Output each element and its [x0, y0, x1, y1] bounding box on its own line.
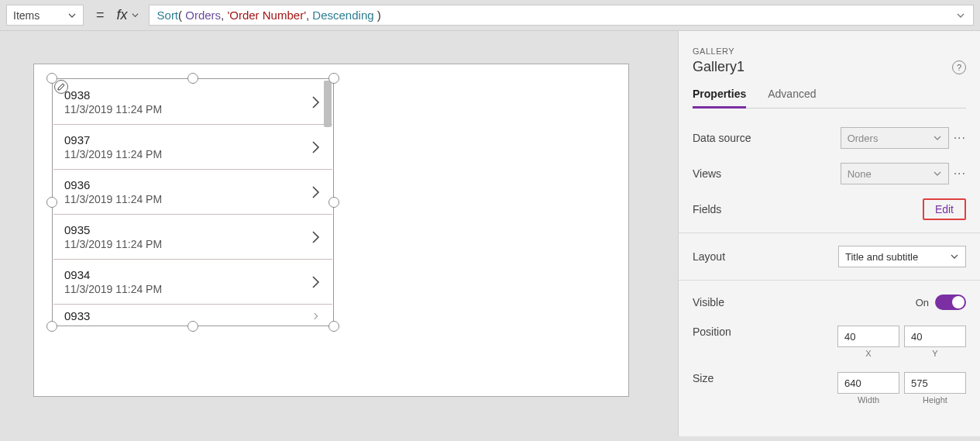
chevron-right-icon[interactable]	[311, 184, 322, 201]
divider	[679, 280, 980, 281]
chevron-down-icon	[67, 11, 77, 20]
sublabel-height: Height	[904, 395, 966, 405]
input-position-x[interactable]	[837, 326, 899, 347]
toggle-thumb	[952, 296, 965, 308]
item-title: 0937	[64, 133, 162, 146]
tab-advanced[interactable]: Advanced	[768, 84, 816, 108]
more-icon[interactable]: ···	[954, 167, 966, 181]
sublabel-width: Width	[837, 395, 899, 405]
fx-label[interactable]: fx	[117, 5, 139, 26]
item-subtitle: 11/3/2019 11:24 PM	[64, 238, 162, 250]
property-selector[interactable]: Items	[6, 5, 84, 26]
label-fields: Fields	[693, 203, 721, 215]
item-title: 0933	[64, 309, 90, 322]
chevron-down-icon	[933, 133, 942, 143]
chevron-right-icon[interactable]	[311, 229, 322, 246]
resize-handle[interactable]	[46, 197, 57, 208]
label-position: Position	[693, 326, 731, 338]
list-item[interactable]: 0935 11/3/2019 11:24 PM	[53, 215, 332, 260]
chevron-down-icon	[933, 169, 942, 178]
divider	[679, 233, 980, 233]
control-type-label: GALLERY	[693, 47, 966, 56]
item-subtitle: 11/3/2019 11:24 PM	[64, 148, 162, 160]
item-title: 0934	[64, 268, 162, 281]
chevron-right-icon[interactable]	[311, 139, 322, 156]
row-views: Views None ···	[693, 157, 966, 191]
chevron-right-icon[interactable]	[311, 312, 322, 321]
property-selector-label: Items	[13, 9, 40, 22]
list-item[interactable]: 0937 11/3/2019 11:24 PM	[53, 125, 332, 170]
chevron-down-icon[interactable]	[956, 11, 965, 20]
formula-bar: Items = fx Sort( Orders, 'Order Number',…	[0, 0, 980, 31]
pencil-icon[interactable]	[54, 80, 68, 94]
item-subtitle: 11/3/2019 11:24 PM	[64, 103, 162, 115]
input-size-height[interactable]	[904, 372, 966, 394]
canvas-area: 0938 11/3/2019 11:24 PM 0937 11/3/2019 1…	[0, 31, 678, 436]
input-size-width[interactable]	[837, 372, 899, 394]
list-item[interactable]: 0938 11/3/2019 11:24 PM	[53, 80, 332, 125]
row-layout: Layout Title and subtitle	[693, 239, 966, 274]
canvas[interactable]: 0938 11/3/2019 11:24 PM 0937 11/3/2019 1…	[33, 64, 629, 397]
resize-handle[interactable]	[328, 73, 339, 84]
resize-handle[interactable]	[187, 73, 198, 84]
gallery-inner: 0938 11/3/2019 11:24 PM 0937 11/3/2019 1…	[53, 80, 332, 325]
resize-handle[interactable]	[46, 321, 57, 332]
gallery-control[interactable]: 0938 11/3/2019 11:24 PM 0937 11/3/2019 1…	[52, 78, 334, 326]
row-data-source: Data source Orders ···	[693, 121, 966, 155]
properties-panel: GALLERY Gallery1 ? Properties Advanced D…	[678, 31, 980, 436]
label-views: Views	[693, 167, 721, 180]
item-subtitle: 11/3/2019 11:24 PM	[64, 193, 162, 205]
fx-text: fx	[117, 7, 128, 23]
sublabel-x: X	[837, 349, 899, 358]
list-item[interactable]: 0936 11/3/2019 11:24 PM	[53, 170, 332, 215]
input-position-y[interactable]	[904, 326, 966, 347]
toggle-state-label: On	[916, 297, 929, 308]
toggle-track	[935, 295, 966, 310]
chevron-down-icon	[131, 11, 139, 19]
list-item[interactable]: 0934 11/3/2019 11:24 PM	[53, 260, 332, 305]
label-size: Size	[693, 372, 714, 384]
label-visible: Visible	[693, 296, 724, 308]
item-title: 0935	[64, 223, 162, 236]
item-title: 0938	[64, 88, 162, 102]
control-name[interactable]: Gallery1	[693, 59, 744, 75]
formula-text: Sort( Orders, 'Order Number', Descending…	[157, 9, 381, 22]
tab-properties[interactable]: Properties	[693, 84, 746, 109]
chevron-down-icon	[950, 252, 959, 261]
dropdown-views[interactable]: None	[841, 163, 949, 184]
more-icon[interactable]: ···	[954, 131, 966, 145]
row-visible: Visible On	[693, 287, 966, 318]
resize-handle[interactable]	[328, 197, 339, 208]
resize-handle[interactable]	[187, 321, 198, 332]
dropdown-data-source[interactable]: Orders	[841, 127, 949, 149]
edit-fields-button[interactable]: Edit	[923, 198, 966, 220]
main-area: 0938 11/3/2019 11:24 PM 0937 11/3/2019 1…	[0, 31, 980, 436]
item-subtitle: 11/3/2019 11:24 PM	[64, 283, 162, 295]
row-size: Size Width Height	[693, 366, 966, 411]
item-title: 0936	[64, 178, 162, 191]
row-position: Position X Y	[693, 319, 966, 364]
help-icon[interactable]: ?	[952, 60, 966, 74]
chevron-right-icon[interactable]	[311, 94, 322, 111]
row-fields: Fields Edit	[693, 192, 966, 226]
dropdown-layout[interactable]: Title and subtitle	[838, 246, 966, 267]
sublabel-y: Y	[904, 349, 966, 358]
label-layout: Layout	[693, 250, 725, 263]
toggle-visible[interactable]: On	[916, 295, 966, 310]
scrollbar-thumb[interactable]	[324, 81, 332, 127]
resize-handle[interactable]	[328, 321, 339, 332]
chevron-right-icon[interactable]	[311, 274, 322, 291]
equals-sign: =	[93, 5, 108, 26]
label-data-source: Data source	[693, 132, 751, 144]
panel-tabs: Properties Advanced	[693, 84, 966, 109]
formula-input[interactable]: Sort( Orders, 'Order Number', Descending…	[149, 5, 974, 26]
